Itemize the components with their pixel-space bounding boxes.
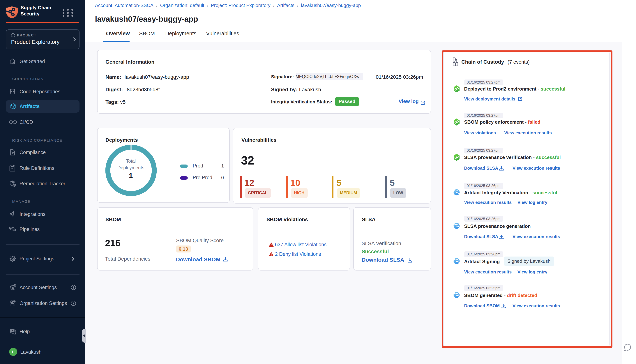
svg-text:?: ?	[11, 329, 13, 332]
